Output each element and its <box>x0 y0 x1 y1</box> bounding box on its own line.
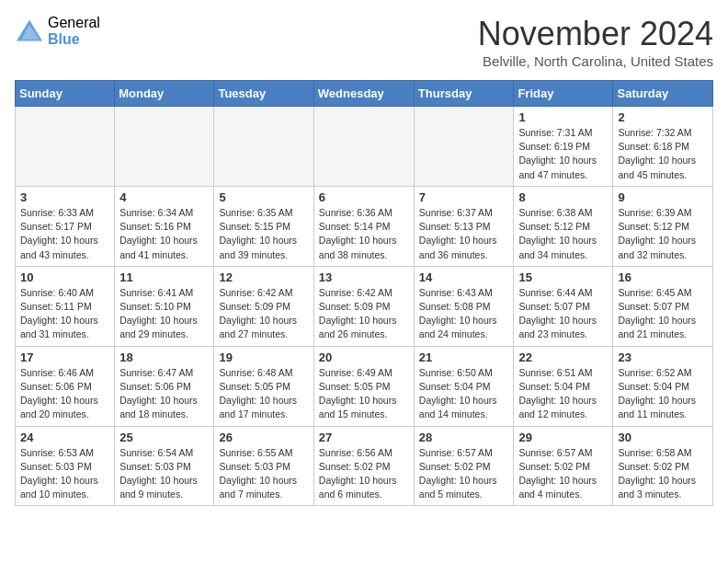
col-header-wednesday: Wednesday <box>313 81 414 107</box>
day-cell: 22Sunrise: 6:51 AM Sunset: 5:04 PM Dayli… <box>514 346 613 426</box>
day-info: Sunrise: 6:53 AM Sunset: 5:03 PM Dayligh… <box>20 446 109 502</box>
day-cell: 28Sunrise: 6:57 AM Sunset: 5:02 PM Dayli… <box>414 426 514 506</box>
day-number: 30 <box>618 431 708 444</box>
day-number: 25 <box>119 431 209 444</box>
day-number: 20 <box>319 350 409 364</box>
day-cell: 8Sunrise: 6:38 AM Sunset: 5:12 PM Daylig… <box>514 186 613 266</box>
day-cell: 14Sunrise: 6:43 AM Sunset: 5:08 PM Dayli… <box>414 266 514 346</box>
day-cell: 15Sunrise: 6:44 AM Sunset: 5:07 PM Dayli… <box>514 266 613 346</box>
logo-icon <box>15 18 44 44</box>
day-cell: 30Sunrise: 6:58 AM Sunset: 5:02 PM Dayli… <box>613 426 713 506</box>
day-info: Sunrise: 6:38 AM Sunset: 5:12 PM Dayligh… <box>518 206 608 262</box>
day-number: 28 <box>419 431 509 444</box>
day-info: Sunrise: 6:55 AM Sunset: 5:03 PM Dayligh… <box>219 446 308 502</box>
day-cell: 4Sunrise: 6:34 AM Sunset: 5:16 PM Daylig… <box>115 186 214 266</box>
day-info: Sunrise: 6:57 AM Sunset: 5:02 PM Dayligh… <box>518 446 608 502</box>
day-number: 13 <box>319 270 409 284</box>
day-info: Sunrise: 6:41 AM Sunset: 5:10 PM Dayligh… <box>119 286 209 342</box>
day-info: Sunrise: 7:32 AM Sunset: 6:18 PM Dayligh… <box>618 126 708 182</box>
day-info: Sunrise: 6:36 AM Sunset: 5:14 PM Dayligh… <box>319 206 409 262</box>
day-number: 5 <box>219 190 308 204</box>
day-number: 12 <box>219 270 308 284</box>
day-number: 29 <box>518 431 608 444</box>
col-header-saturday: Saturday <box>613 81 713 107</box>
day-number: 15 <box>518 270 608 284</box>
title-block: November 2024 Belville, North Carolina, … <box>478 15 713 69</box>
day-cell: 3Sunrise: 6:33 AM Sunset: 5:17 PM Daylig… <box>16 186 115 266</box>
day-cell <box>313 107 414 187</box>
day-number: 2 <box>618 110 708 124</box>
day-info: Sunrise: 6:58 AM Sunset: 5:02 PM Dayligh… <box>618 446 708 502</box>
day-cell: 10Sunrise: 6:40 AM Sunset: 5:11 PM Dayli… <box>16 266 115 346</box>
month-title: November 2024 <box>478 15 713 53</box>
day-info: Sunrise: 6:49 AM Sunset: 5:05 PM Dayligh… <box>319 366 409 422</box>
day-cell: 9Sunrise: 6:39 AM Sunset: 5:12 PM Daylig… <box>613 186 713 266</box>
day-number: 9 <box>618 190 708 204</box>
day-info: Sunrise: 6:42 AM Sunset: 5:09 PM Dayligh… <box>219 286 308 342</box>
day-number: 14 <box>419 270 509 284</box>
day-cell: 17Sunrise: 6:46 AM Sunset: 5:06 PM Dayli… <box>16 346 115 426</box>
day-number: 21 <box>419 350 509 364</box>
day-info: Sunrise: 6:39 AM Sunset: 5:12 PM Dayligh… <box>618 206 708 262</box>
day-number: 24 <box>20 431 109 444</box>
week-row-3: 10Sunrise: 6:40 AM Sunset: 5:11 PM Dayli… <box>16 266 713 346</box>
day-info: Sunrise: 6:35 AM Sunset: 5:15 PM Dayligh… <box>219 206 308 262</box>
day-number: 1 <box>518 110 608 124</box>
day-number: 7 <box>419 190 509 204</box>
day-cell: 19Sunrise: 6:48 AM Sunset: 5:05 PM Dayli… <box>214 346 313 426</box>
day-cell: 5Sunrise: 6:35 AM Sunset: 5:15 PM Daylig… <box>214 186 313 266</box>
col-header-monday: Monday <box>115 81 214 107</box>
day-info: Sunrise: 6:43 AM Sunset: 5:08 PM Dayligh… <box>419 286 509 342</box>
day-cell <box>16 107 115 187</box>
day-info: Sunrise: 6:37 AM Sunset: 5:13 PM Dayligh… <box>419 206 509 262</box>
logo: General Blue <box>15 15 100 47</box>
day-number: 8 <box>518 190 608 204</box>
day-info: Sunrise: 6:46 AM Sunset: 5:06 PM Dayligh… <box>20 366 109 422</box>
day-cell: 7Sunrise: 6:37 AM Sunset: 5:13 PM Daylig… <box>414 186 514 266</box>
day-info: Sunrise: 6:47 AM Sunset: 5:06 PM Dayligh… <box>119 366 209 422</box>
day-cell: 23Sunrise: 6:52 AM Sunset: 5:04 PM Dayli… <box>613 346 713 426</box>
day-info: Sunrise: 6:57 AM Sunset: 5:02 PM Dayligh… <box>419 446 509 502</box>
day-info: Sunrise: 6:33 AM Sunset: 5:17 PM Dayligh… <box>20 206 109 262</box>
day-info: Sunrise: 6:50 AM Sunset: 5:04 PM Dayligh… <box>419 366 509 422</box>
day-number: 4 <box>119 190 209 204</box>
logo-text: General Blue <box>48 15 100 47</box>
day-cell: 21Sunrise: 6:50 AM Sunset: 5:04 PM Dayli… <box>414 346 514 426</box>
location: Belville, North Carolina, United States <box>478 53 713 69</box>
day-cell: 16Sunrise: 6:45 AM Sunset: 5:07 PM Dayli… <box>613 266 713 346</box>
day-number: 27 <box>319 431 409 444</box>
day-number: 23 <box>618 350 708 364</box>
day-info: Sunrise: 6:40 AM Sunset: 5:11 PM Dayligh… <box>20 286 109 342</box>
day-number: 18 <box>119 350 209 364</box>
week-row-5: 24Sunrise: 6:53 AM Sunset: 5:03 PM Dayli… <box>16 426 713 506</box>
day-info: Sunrise: 6:45 AM Sunset: 5:07 PM Dayligh… <box>618 286 708 342</box>
day-number: 11 <box>119 270 209 284</box>
day-info: Sunrise: 6:56 AM Sunset: 5:02 PM Dayligh… <box>319 446 409 502</box>
week-row-2: 3Sunrise: 6:33 AM Sunset: 5:17 PM Daylig… <box>16 186 713 266</box>
day-number: 10 <box>20 270 109 284</box>
day-info: Sunrise: 6:44 AM Sunset: 5:07 PM Dayligh… <box>518 286 608 342</box>
day-number: 3 <box>20 190 109 204</box>
day-cell: 11Sunrise: 6:41 AM Sunset: 5:10 PM Dayli… <box>115 266 214 346</box>
day-cell: 27Sunrise: 6:56 AM Sunset: 5:02 PM Dayli… <box>313 426 414 506</box>
day-cell: 25Sunrise: 6:54 AM Sunset: 5:03 PM Dayli… <box>115 426 214 506</box>
col-header-sunday: Sunday <box>16 81 115 107</box>
day-cell: 29Sunrise: 6:57 AM Sunset: 5:02 PM Dayli… <box>514 426 613 506</box>
week-row-4: 17Sunrise: 6:46 AM Sunset: 5:06 PM Dayli… <box>16 346 713 426</box>
day-info: Sunrise: 6:52 AM Sunset: 5:04 PM Dayligh… <box>618 366 708 422</box>
day-cell <box>115 107 214 187</box>
col-header-thursday: Thursday <box>414 81 514 107</box>
day-cell: 13Sunrise: 6:42 AM Sunset: 5:09 PM Dayli… <box>313 266 414 346</box>
week-row-1: 1Sunrise: 7:31 AM Sunset: 6:19 PM Daylig… <box>16 107 713 187</box>
day-cell <box>214 107 313 187</box>
col-header-friday: Friday <box>514 81 613 107</box>
day-cell: 1Sunrise: 7:31 AM Sunset: 6:19 PM Daylig… <box>514 107 613 187</box>
day-info: Sunrise: 6:48 AM Sunset: 5:05 PM Dayligh… <box>219 366 308 422</box>
calendar-table: SundayMondayTuesdayWednesdayThursdayFrid… <box>15 80 713 506</box>
col-header-tuesday: Tuesday <box>214 81 313 107</box>
day-info: Sunrise: 6:51 AM Sunset: 5:04 PM Dayligh… <box>518 366 608 422</box>
day-info: Sunrise: 7:31 AM Sunset: 6:19 PM Dayligh… <box>518 126 608 182</box>
day-cell <box>414 107 514 187</box>
day-info: Sunrise: 6:42 AM Sunset: 5:09 PM Dayligh… <box>319 286 409 342</box>
day-number: 19 <box>219 350 308 364</box>
